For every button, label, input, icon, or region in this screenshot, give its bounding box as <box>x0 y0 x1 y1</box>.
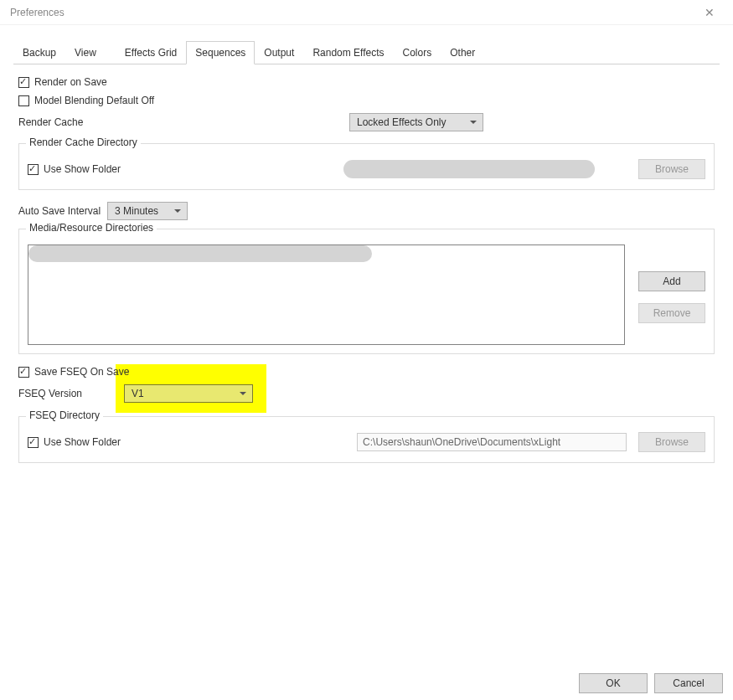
auto-save-interval-value: 3 Minutes <box>115 205 158 217</box>
media-resource-fieldset: Media/Resource Directories Add Remove <box>18 229 715 354</box>
tab-backup[interactable]: Backup <box>13 41 65 64</box>
fseq-version-select[interactable]: V1 <box>124 384 253 403</box>
redacted-path <box>343 160 595 178</box>
close-icon: ✕ <box>705 6 715 19</box>
browse-button-2[interactable]: Browse <box>638 432 705 452</box>
fseq-version-value: V1 <box>132 388 144 399</box>
tab-other[interactable]: Other <box>441 41 484 64</box>
render-cache-label: Render Cache <box>18 116 349 128</box>
use-show-folder-checkbox-1[interactable] <box>28 164 39 175</box>
render-cache-value: Locked Effects Only <box>357 116 447 128</box>
render-cache-row: Render Cache Locked Effects Only <box>18 113 715 131</box>
tab-sequences[interactable]: Sequences <box>186 41 255 64</box>
model-blending-checkbox[interactable] <box>18 95 29 106</box>
auto-save-interval-select[interactable]: 3 Minutes <box>107 202 188 220</box>
model-blending-row: Model Blending Default Off <box>18 95 715 106</box>
model-blending-label: Model Blending Default Off <box>34 95 154 106</box>
fseq-directory-legend: FSEQ Directory <box>26 409 103 421</box>
use-show-folder-label-1: Use Show Folder <box>44 163 121 175</box>
window-title: Preferences <box>10 7 65 18</box>
save-fseq-row: Save FSEQ On Save <box>18 366 715 378</box>
dialog-footer: OK Cancel <box>0 667 733 700</box>
browse-button-1[interactable]: Browse <box>638 159 705 179</box>
fseq-directory-fieldset: FSEQ Directory Use Show Folder Browse <box>18 416 715 463</box>
ok-button[interactable]: OK <box>579 673 648 693</box>
tab-content-sequences: Render on Save Model Blending Default Of… <box>13 64 720 480</box>
title-bar: Preferences ✕ <box>0 0 733 25</box>
cancel-button[interactable]: Cancel <box>654 673 723 693</box>
use-show-folder-checkbox-2[interactable] <box>28 437 39 448</box>
render-cache-select[interactable]: Locked Effects Only <box>349 113 483 131</box>
tab-effects-grid[interactable]: Effects Grid <box>116 41 186 64</box>
tab-colors[interactable]: Colors <box>394 41 441 64</box>
tab-view[interactable]: View <box>65 41 106 64</box>
auto-save-row: Auto Save Interval 3 Minutes <box>18 202 715 220</box>
redacted-media-path <box>28 245 372 262</box>
render-on-save-label: Render on Save <box>34 76 107 88</box>
fseq-path-input[interactable] <box>357 433 627 451</box>
media-resource-legend: Media/Resource Directories <box>26 222 157 234</box>
render-cache-directory-legend: Render Cache Directory <box>26 136 141 148</box>
close-button[interactable]: ✕ <box>693 1 726 24</box>
use-show-folder-label-2: Use Show Folder <box>44 436 121 448</box>
tab-output[interactable]: Output <box>255 41 303 64</box>
tab-random-effects[interactable]: Random Effects <box>303 41 393 64</box>
save-fseq-label: Save FSEQ On Save <box>34 366 129 378</box>
auto-save-interval-label: Auto Save Interval <box>18 205 101 217</box>
save-fseq-checkbox[interactable] <box>18 367 29 378</box>
fseq-version-label: FSEQ Version <box>18 388 82 399</box>
render-on-save-row: Render on Save <box>18 76 715 88</box>
render-cache-directory-fieldset: Render Cache Directory Use Show Folder B… <box>18 143 715 190</box>
remove-button[interactable]: Remove <box>638 303 705 323</box>
fseq-version-row: FSEQ Version V1 <box>18 384 715 403</box>
tabs-bar: Backup View Effects Grid Sequences Outpu… <box>13 40 720 64</box>
add-button[interactable]: Add <box>638 271 705 291</box>
render-on-save-checkbox[interactable] <box>18 77 29 88</box>
media-directories-listbox[interactable] <box>28 244 625 345</box>
